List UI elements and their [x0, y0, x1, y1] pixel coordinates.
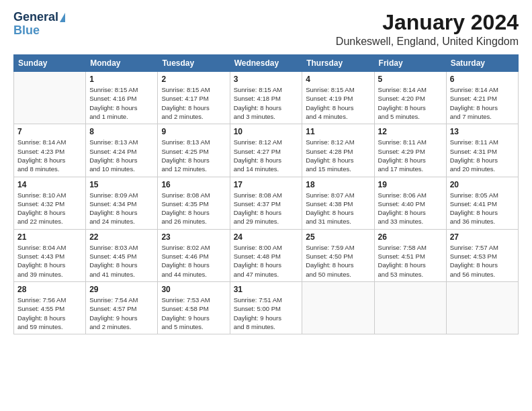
calendar-cell	[302, 281, 374, 334]
cell-details: Sunrise: 8:15 AMSunset: 4:17 PMDaylight:…	[161, 85, 226, 121]
day-number: 10	[234, 127, 299, 136]
col-wednesday: Wednesday	[230, 55, 302, 72]
calendar-header-row: Sunday Monday Tuesday Wednesday Thursday…	[14, 55, 519, 72]
day-number: 13	[450, 127, 515, 136]
day-number: 21	[17, 232, 82, 242]
calendar-cell: 24Sunrise: 8:00 AMSunset: 4:48 PMDayligh…	[230, 229, 302, 281]
day-number: 24	[234, 232, 299, 242]
day-number: 1	[89, 75, 154, 84]
calendar-cell: 26Sunrise: 7:58 AMSunset: 4:51 PMDayligh…	[374, 229, 446, 281]
calendar-week-row: 28Sunrise: 7:56 AMSunset: 4:55 PMDayligh…	[14, 281, 519, 334]
calendar-cell	[446, 281, 518, 334]
day-number: 7	[17, 127, 82, 136]
cell-details: Sunrise: 8:12 AMSunset: 4:27 PMDaylight:…	[234, 138, 299, 173]
calendar-week-row: 1Sunrise: 8:15 AMSunset: 4:16 PMDaylight…	[14, 72, 519, 124]
day-number: 2	[161, 75, 226, 84]
calendar-cell: 13Sunrise: 8:11 AMSunset: 4:31 PMDayligh…	[446, 124, 518, 177]
cell-details: Sunrise: 8:14 AMSunset: 4:21 PMDaylight:…	[450, 85, 515, 121]
day-number: 28	[17, 285, 82, 294]
calendar-cell: 4Sunrise: 8:15 AMSunset: 4:19 PMDaylight…	[302, 72, 374, 124]
cell-details: Sunrise: 8:05 AMSunset: 4:41 PMDaylight:…	[450, 191, 515, 226]
header: General Blue January 2024 Dunkeswell, En…	[13, 11, 519, 48]
calendar-cell: 28Sunrise: 7:56 AMSunset: 4:55 PMDayligh…	[14, 281, 86, 334]
cell-details: Sunrise: 8:08 AMSunset: 4:37 PMDaylight:…	[234, 191, 299, 226]
calendar-cell: 8Sunrise: 8:13 AMSunset: 4:24 PMDaylight…	[86, 124, 158, 177]
day-number: 18	[306, 180, 370, 189]
calendar-cell: 27Sunrise: 7:57 AMSunset: 4:53 PMDayligh…	[446, 229, 518, 281]
calendar-cell: 7Sunrise: 8:14 AMSunset: 4:23 PMDaylight…	[14, 124, 86, 177]
calendar-cell: 5Sunrise: 8:14 AMSunset: 4:20 PMDaylight…	[374, 72, 446, 124]
day-number: 16	[161, 180, 226, 189]
col-saturday: Saturday	[446, 55, 518, 72]
day-number: 31	[234, 285, 299, 294]
day-number: 19	[378, 180, 443, 189]
page: General Blue January 2024 Dunkeswell, En…	[0, 0, 532, 411]
cell-details: Sunrise: 8:11 AMSunset: 4:29 PMDaylight:…	[378, 138, 443, 173]
cell-details: Sunrise: 8:15 AMSunset: 4:19 PMDaylight:…	[306, 85, 370, 121]
day-number: 17	[234, 180, 299, 189]
calendar-cell: 25Sunrise: 7:59 AMSunset: 4:50 PMDayligh…	[302, 229, 374, 281]
calendar-cell: 31Sunrise: 7:51 AMSunset: 5:00 PMDayligh…	[230, 281, 302, 334]
calendar-cell: 10Sunrise: 8:12 AMSunset: 4:27 PMDayligh…	[230, 124, 302, 177]
day-number: 11	[306, 127, 370, 136]
day-number: 27	[450, 232, 515, 242]
cell-details: Sunrise: 7:56 AMSunset: 4:55 PMDaylight:…	[17, 295, 82, 331]
cell-details: Sunrise: 7:59 AMSunset: 4:50 PMDaylight:…	[306, 243, 370, 279]
calendar-cell: 6Sunrise: 8:14 AMSunset: 4:21 PMDaylight…	[446, 72, 518, 124]
day-number: 23	[161, 232, 226, 242]
calendar-cell: 15Sunrise: 8:09 AMSunset: 4:34 PMDayligh…	[86, 177, 158, 229]
cell-details: Sunrise: 8:09 AMSunset: 4:34 PMDaylight:…	[89, 191, 154, 226]
cell-details: Sunrise: 8:12 AMSunset: 4:28 PMDaylight:…	[306, 138, 370, 173]
cell-details: Sunrise: 8:00 AMSunset: 4:48 PMDaylight:…	[234, 243, 299, 279]
cell-details: Sunrise: 8:15 AMSunset: 4:16 PMDaylight:…	[89, 85, 154, 121]
day-number: 30	[161, 285, 226, 294]
title-block: January 2024 Dunkeswell, England, United…	[336, 11, 519, 48]
day-number: 5	[378, 75, 443, 84]
cell-details: Sunrise: 8:15 AMSunset: 4:18 PMDaylight:…	[234, 85, 299, 121]
calendar-cell: 3Sunrise: 8:15 AMSunset: 4:18 PMDaylight…	[230, 72, 302, 124]
cell-details: Sunrise: 8:13 AMSunset: 4:25 PMDaylight:…	[161, 138, 226, 173]
day-number: 12	[378, 127, 443, 136]
calendar-cell: 19Sunrise: 8:06 AMSunset: 4:40 PMDayligh…	[374, 177, 446, 229]
col-sunday: Sunday	[14, 55, 86, 72]
cell-details: Sunrise: 8:10 AMSunset: 4:32 PMDaylight:…	[17, 191, 82, 226]
logo-text: General	[13, 11, 65, 24]
cell-details: Sunrise: 8:07 AMSunset: 4:38 PMDaylight:…	[306, 191, 370, 226]
title-month: January 2024	[336, 11, 519, 34]
cell-details: Sunrise: 8:14 AMSunset: 4:23 PMDaylight:…	[17, 138, 82, 173]
calendar-cell: 1Sunrise: 8:15 AMSunset: 4:16 PMDaylight…	[86, 72, 158, 124]
calendar-cell: 12Sunrise: 8:11 AMSunset: 4:29 PMDayligh…	[374, 124, 446, 177]
calendar-cell: 21Sunrise: 8:04 AMSunset: 4:43 PMDayligh…	[14, 229, 86, 281]
logo: General Blue	[13, 11, 65, 38]
day-number: 8	[89, 127, 154, 136]
calendar-cell: 14Sunrise: 8:10 AMSunset: 4:32 PMDayligh…	[14, 177, 86, 229]
cell-details: Sunrise: 8:08 AMSunset: 4:35 PMDaylight:…	[161, 191, 226, 226]
calendar-cell: 2Sunrise: 8:15 AMSunset: 4:17 PMDaylight…	[158, 72, 230, 124]
calendar-cell: 23Sunrise: 8:02 AMSunset: 4:46 PMDayligh…	[158, 229, 230, 281]
cell-details: Sunrise: 7:54 AMSunset: 4:57 PMDaylight:…	[89, 295, 154, 331]
day-number: 9	[161, 127, 226, 136]
calendar-week-row: 14Sunrise: 8:10 AMSunset: 4:32 PMDayligh…	[14, 177, 519, 229]
calendar-cell: 29Sunrise: 7:54 AMSunset: 4:57 PMDayligh…	[86, 281, 158, 334]
col-thursday: Thursday	[302, 55, 374, 72]
title-location: Dunkeswell, England, United Kingdom	[336, 36, 519, 48]
cell-details: Sunrise: 8:14 AMSunset: 4:20 PMDaylight:…	[378, 85, 443, 121]
calendar-cell	[374, 281, 446, 334]
cell-details: Sunrise: 7:53 AMSunset: 4:58 PMDaylight:…	[161, 295, 226, 331]
calendar-cell: 11Sunrise: 8:12 AMSunset: 4:28 PMDayligh…	[302, 124, 374, 177]
day-number: 14	[17, 180, 82, 189]
calendar-cell: 9Sunrise: 8:13 AMSunset: 4:25 PMDaylight…	[158, 124, 230, 177]
cell-details: Sunrise: 8:03 AMSunset: 4:45 PMDaylight:…	[89, 243, 154, 279]
col-friday: Friday	[374, 55, 446, 72]
calendar-cell: 22Sunrise: 8:03 AMSunset: 4:45 PMDayligh…	[86, 229, 158, 281]
calendar-cell: 30Sunrise: 7:53 AMSunset: 4:58 PMDayligh…	[158, 281, 230, 334]
calendar-cell	[14, 72, 86, 124]
day-number: 6	[450, 75, 515, 84]
cell-details: Sunrise: 7:57 AMSunset: 4:53 PMDaylight:…	[450, 243, 515, 279]
cell-details: Sunrise: 7:58 AMSunset: 4:51 PMDaylight:…	[378, 243, 443, 279]
day-number: 15	[89, 180, 154, 189]
calendar-cell: 20Sunrise: 8:05 AMSunset: 4:41 PMDayligh…	[446, 177, 518, 229]
col-tuesday: Tuesday	[158, 55, 230, 72]
calendar-cell: 16Sunrise: 8:08 AMSunset: 4:35 PMDayligh…	[158, 177, 230, 229]
logo-blue: Blue	[13, 24, 40, 38]
